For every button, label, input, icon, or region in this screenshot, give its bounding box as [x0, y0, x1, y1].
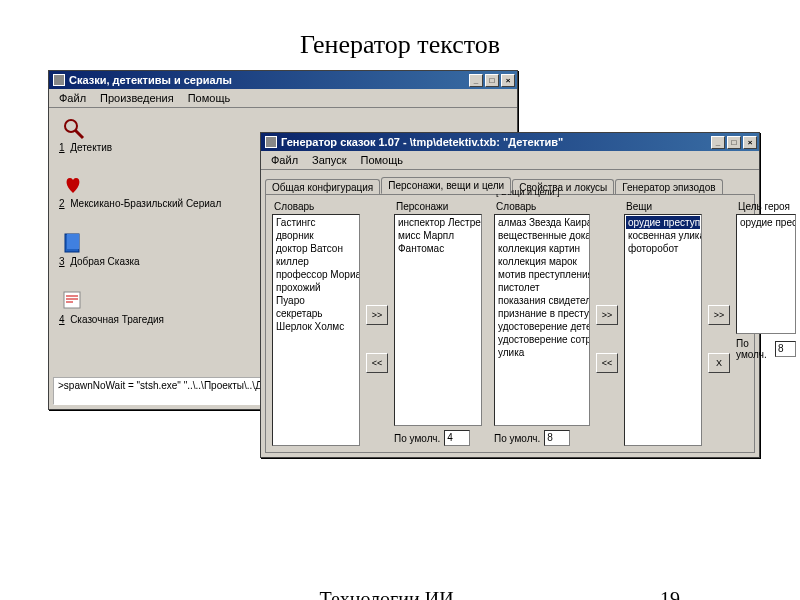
tab-panel: Словарь Гастингсдворникдоктор Ватсонкилл…	[265, 194, 755, 453]
list-item[interactable]: секретарь	[274, 307, 358, 320]
tab-episode-generator[interactable]: Генератор эпизодов	[615, 179, 722, 195]
app-icon	[53, 74, 65, 86]
close-button[interactable]: ×	[501, 74, 515, 87]
menu-works[interactable]: Произведения	[94, 91, 180, 105]
shortcut-label: 2 Мексикано-Бразильский Сериал	[59, 198, 221, 209]
title-text: Генератор сказок 1.07 - \tmp\detektiv.tx…	[281, 136, 707, 148]
shortcut-label: 4 Сказочная Трагедия	[59, 314, 164, 325]
remove-button[interactable]: X	[708, 353, 730, 373]
tab-characters-things-goals[interactable]: Персонажи, вещи и цели	[381, 177, 511, 194]
list-item[interactable]: киллер	[274, 255, 358, 268]
title-text: Сказки, детективы и сериалы	[69, 74, 465, 86]
list-item[interactable]: коллекция картин	[496, 242, 588, 255]
titlebar-w1[interactable]: Сказки, детективы и сериалы _ □ ×	[49, 71, 517, 89]
minimize-button[interactable]: _	[711, 136, 725, 149]
label-dictionary-2: Словарь	[496, 201, 536, 212]
listbox-dictionary-1[interactable]: Гастингсдворникдоктор Ватсонкиллерпрофес…	[272, 214, 360, 446]
maximize-button[interactable]: □	[727, 136, 741, 149]
list-item[interactable]: удостоверение детект	[496, 320, 588, 333]
listbox-characters[interactable]: инспектор Лестрейдмисс МарплФантомас	[394, 214, 482, 426]
list-item[interactable]: пистолет	[496, 281, 588, 294]
transfer-buttons-3: >> X	[708, 201, 730, 446]
label-dictionary-1: Словарь	[274, 201, 360, 212]
list-item[interactable]: показания свидетеля	[496, 294, 588, 307]
list-item[interactable]: профессор Мориарти	[274, 268, 358, 281]
svg-rect-3	[67, 234, 79, 249]
menu-help[interactable]: Помощь	[182, 91, 237, 105]
maximize-button[interactable]: □	[485, 74, 499, 87]
default-field-1[interactable]: 4	[444, 430, 470, 446]
titlebar-w2[interactable]: Генератор сказок 1.07 - \tmp\detektiv.tx…	[261, 133, 759, 151]
list-item[interactable]: орудие преступления	[738, 216, 794, 229]
book-icon	[61, 230, 85, 254]
minimize-button[interactable]: _	[469, 74, 483, 87]
default-label-3: По умолч.	[736, 338, 771, 360]
move-left-button[interactable]: <<	[366, 353, 388, 373]
transfer-buttons-2: >> <<	[596, 201, 618, 446]
default-label-1: По умолч.	[394, 433, 440, 444]
list-item[interactable]: улика	[496, 346, 588, 359]
list-item[interactable]: орудие преступления	[626, 216, 700, 229]
list-item[interactable]: вещественные доказа	[496, 229, 588, 242]
heart-icon	[61, 172, 85, 196]
list-item[interactable]: мисс Марпл	[396, 229, 480, 242]
label-hero-goal: Цель героя	[738, 201, 796, 212]
scroll-icon	[61, 288, 85, 312]
svg-line-1	[75, 130, 83, 138]
magnifier-icon	[61, 116, 85, 140]
menu-file[interactable]: Файл	[53, 91, 92, 105]
tab-general-config[interactable]: Общая конфигурация	[265, 179, 380, 195]
list-item[interactable]: фоторобот	[626, 242, 700, 255]
shortcut-tragedy[interactable]: 4 Сказочная Трагедия	[59, 288, 229, 325]
listbox-things[interactable]: орудие преступлениякосвенная уликафоторо…	[624, 214, 702, 446]
shortcut-serial[interactable]: 2 Мексикано-Бразильский Сериал	[59, 172, 229, 209]
label-things: Вещи	[626, 201, 702, 212]
slide-title: Генератор текстов	[0, 0, 800, 70]
list-item[interactable]: косвенная улика	[626, 229, 700, 242]
shortcut-label: 1 Детектив	[59, 142, 112, 153]
listbox-dictionary-2[interactable]: алмаз Звезда Каиравещественные доказакол…	[494, 214, 590, 426]
footer-text: Технологии ИИ	[320, 588, 454, 600]
default-field-3[interactable]: 8	[775, 341, 796, 357]
list-item[interactable]: Фантомас	[396, 242, 480, 255]
menubar-w2: Файл Запуск Помощь	[261, 151, 759, 170]
svg-rect-4	[64, 292, 80, 308]
menu-file[interactable]: Файл	[265, 153, 304, 167]
list-item[interactable]: коллекция марок	[496, 255, 588, 268]
list-item[interactable]: удостоверение сотрудн	[496, 333, 588, 346]
page-number: 19	[660, 588, 680, 600]
menu-help[interactable]: Помощь	[354, 153, 409, 167]
list-item[interactable]: мотив преступления	[496, 268, 588, 281]
shortcut-label: 3 Добрая Сказка	[59, 256, 140, 267]
list-item[interactable]: Шерлок Холмс	[274, 320, 358, 333]
shortcut-detective[interactable]: 1 Детектив	[59, 116, 229, 153]
app-icon	[265, 136, 277, 148]
list-item[interactable]: инспектор Лестрейд	[396, 216, 480, 229]
move-right-button[interactable]: >>	[708, 305, 730, 325]
list-item[interactable]: дворник	[274, 229, 358, 242]
list-item[interactable]: прохожий	[274, 281, 358, 294]
close-button[interactable]: ×	[743, 136, 757, 149]
default-field-2[interactable]: 8	[544, 430, 570, 446]
list-item[interactable]: признание в преступле	[496, 307, 588, 320]
list-item[interactable]: доктор Ватсон	[274, 242, 358, 255]
default-label-2: По умолч.	[494, 433, 540, 444]
listbox-hero-goal[interactable]: орудие преступления	[736, 214, 796, 334]
list-item[interactable]: Пуаро	[274, 294, 358, 307]
shortcut-fairytale[interactable]: 3 Добрая Сказка	[59, 230, 229, 267]
menu-run[interactable]: Запуск	[306, 153, 352, 167]
move-right-button[interactable]: >>	[366, 305, 388, 325]
menubar-w1: Файл Произведения Помощь	[49, 89, 517, 108]
window-generator: Генератор сказок 1.07 - \tmp\detektiv.tx…	[260, 132, 760, 458]
move-right-button[interactable]: >>	[596, 305, 618, 325]
label-characters: Персонажи	[396, 201, 482, 212]
transfer-buttons-1: >> <<	[366, 201, 388, 446]
stage: Сказки, детективы и сериалы _ □ × Файл П…	[0, 70, 800, 510]
window2-body: Общая конфигурация Персонажи, вещи и цел…	[261, 170, 759, 457]
move-left-button[interactable]: <<	[596, 353, 618, 373]
tabstrip: Общая конфигурация Персонажи, вещи и цел…	[265, 174, 755, 194]
list-item[interactable]: Гастингс	[274, 216, 358, 229]
list-item[interactable]: алмаз Звезда Каира	[496, 216, 588, 229]
